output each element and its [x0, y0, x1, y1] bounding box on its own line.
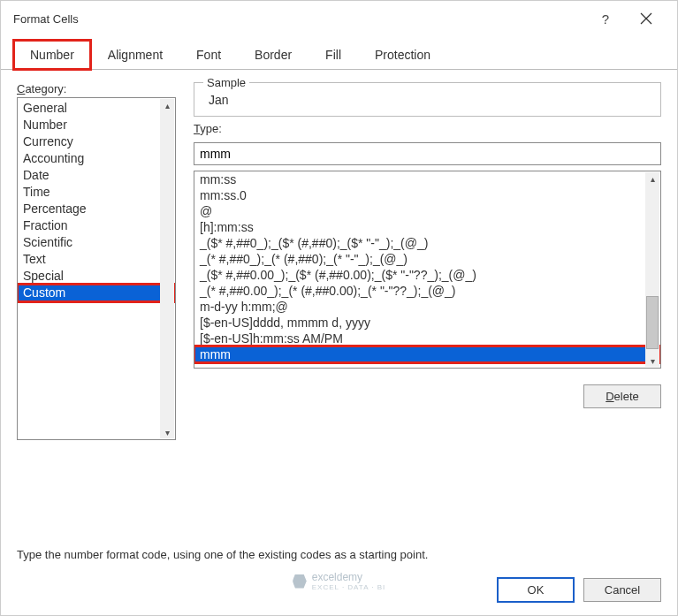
chevron-down-icon: ▾: [161, 426, 173, 438]
category-item[interactable]: Special: [18, 268, 175, 285]
type-item[interactable]: [h]:mm:ss: [194, 219, 660, 235]
chevron-up-icon: ▴: [646, 172, 659, 185]
type-listbox[interactable]: mm:ss mm:ss.0 @ [h]:mm:ss _($* #,##0_);_…: [194, 171, 661, 369]
tab-protection[interactable]: Protection: [358, 40, 447, 70]
close-icon: [640, 12, 652, 25]
close-button[interactable]: [628, 1, 665, 36]
tab-label: Protection: [375, 48, 430, 62]
tab-alignment[interactable]: Alignment: [91, 40, 179, 70]
ok-button[interactable]: OK: [497, 577, 575, 603]
category-item[interactable]: Scientific: [18, 234, 175, 251]
dialog-title: Format Cells: [13, 12, 587, 26]
category-label: Category:: [17, 82, 176, 95]
type-input[interactable]: [194, 142, 661, 165]
tab-label: Font: [196, 48, 221, 62]
category-item[interactable]: Text: [18, 251, 175, 268]
sample-label: Sample: [203, 76, 249, 89]
category-item-custom[interactable]: Custom: [18, 285, 175, 301]
category-item[interactable]: Time: [18, 184, 175, 201]
sample-box: Sample Jan: [194, 82, 661, 117]
type-item[interactable]: _($* #,##0.00_);_($* (#,##0.00);_($* "-"…: [194, 267, 660, 283]
type-item[interactable]: _(* #,##0.00_);_(* (#,##0.00);_(* "-"??_…: [194, 283, 660, 299]
scrollbar[interactable]: ▴ ▾: [160, 99, 174, 438]
delete-button[interactable]: Delete: [583, 384, 661, 408]
tab-label: Fill: [325, 48, 341, 62]
type-item[interactable]: _(* #,##0_);_(* (#,##0);_(* "-"_);_(@_): [194, 251, 660, 267]
chevron-up-icon: ▴: [161, 99, 173, 111]
type-item[interactable]: mm:ss.0: [194, 187, 660, 203]
type-item[interactable]: m-d-yy h:mm;@: [194, 299, 660, 315]
category-item[interactable]: Accounting: [18, 150, 175, 167]
scrollbar[interactable]: ▴ ▾: [645, 172, 659, 367]
titlebar: Format Cells ?: [1, 1, 677, 36]
type-item[interactable]: _($* #,##0_);_($* (#,##0);_($* "-"_);_(@…: [194, 235, 660, 251]
type-item[interactable]: [$-en-US]dddd, mmmm d, yyyy: [194, 315, 660, 331]
dialog-footer: OK Cancel: [1, 568, 677, 615]
format-note: Type the number format code, using one o…: [17, 548, 661, 561]
sample-value: Jan: [203, 93, 651, 107]
type-label: Type:: [194, 122, 661, 135]
type-item[interactable]: mm:ss: [194, 171, 660, 187]
chevron-down-icon: ▾: [646, 354, 659, 367]
category-item[interactable]: Percentage: [18, 201, 175, 217]
right-panel: Sample Jan Type: mm:ss mm:ss.0 @ [h]:mm:…: [194, 82, 661, 529]
tabs: Number Alignment Font Border Fill Protec…: [1, 40, 677, 70]
category-item[interactable]: General: [18, 100, 175, 117]
tab-label: Number: [30, 48, 74, 62]
category-item[interactable]: Number: [18, 117, 175, 133]
scrollbar-thumb[interactable]: [646, 296, 659, 349]
category-item[interactable]: Date: [18, 167, 175, 184]
format-cells-dialog: Format Cells ? Number Alignment Font Bor…: [0, 0, 678, 616]
tab-border[interactable]: Border: [238, 40, 309, 70]
tab-label: Border: [255, 48, 292, 62]
cancel-button[interactable]: Cancel: [583, 578, 661, 602]
dialog-body: Category: General Number Currency Accoun…: [1, 70, 677, 568]
type-item[interactable]: @: [194, 203, 660, 219]
tab-fill[interactable]: Fill: [309, 40, 358, 70]
tab-font[interactable]: Font: [179, 40, 238, 70]
category-panel: Category: General Number Currency Accoun…: [17, 82, 176, 529]
category-listbox[interactable]: General Number Currency Accounting Date …: [17, 97, 176, 440]
tab-number[interactable]: Number: [13, 40, 91, 70]
tab-label: Alignment: [108, 48, 163, 62]
help-button[interactable]: ?: [587, 1, 624, 36]
category-item[interactable]: Currency: [18, 133, 175, 150]
type-item-mmm[interactable]: mmm: [194, 346, 660, 362]
type-item[interactable]: [$-en-US]h:mm:ss AM/PM: [194, 331, 660, 346]
category-item[interactable]: Fraction: [18, 217, 175, 234]
